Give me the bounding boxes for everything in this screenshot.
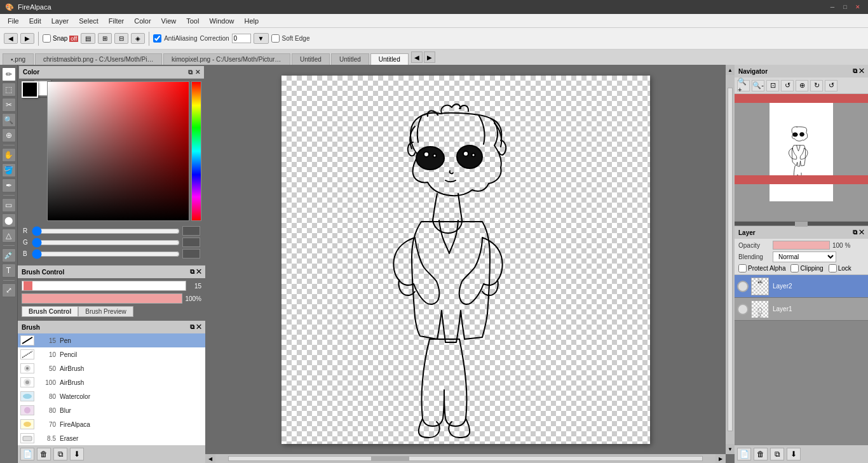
blue-slider[interactable] bbox=[32, 251, 180, 257]
opacity-bar[interactable] bbox=[773, 241, 830, 250]
brush-control-expand[interactable]: ⧉ bbox=[190, 268, 194, 275]
brush-row-firealpaca[interactable]: 70 FireAlpaca bbox=[18, 417, 205, 431]
brush-control-close[interactable]: ✕ bbox=[196, 268, 201, 275]
navigator-close[interactable]: ✕ bbox=[859, 67, 864, 74]
minimize-button[interactable]: ─ bbox=[827, 3, 837, 11]
menu-window[interactable]: Window bbox=[204, 16, 239, 26]
brush-panel-close[interactable]: ✕ bbox=[196, 323, 201, 330]
clipping-check[interactable]: Clipping bbox=[790, 264, 823, 272]
green-value[interactable]: 0 bbox=[182, 238, 200, 247]
brush-row-eraser[interactable]: 8.5 Eraser bbox=[18, 431, 205, 445]
nav-fit[interactable]: ⊡ bbox=[766, 80, 779, 91]
hatching-button[interactable]: ▤ bbox=[81, 33, 95, 44]
layer-row-layer2[interactable]: Layer2 bbox=[735, 275, 868, 298]
tool-polygon[interactable]: △ bbox=[2, 229, 16, 243]
brush-row-watercolor[interactable]: 80 Watercolor bbox=[18, 389, 205, 403]
tool-select-lasso[interactable]: ✂ bbox=[2, 98, 16, 112]
nav-rotate-reset[interactable]: ⊕ bbox=[796, 80, 808, 91]
menu-edit[interactable]: Edit bbox=[24, 16, 46, 26]
red-value[interactable]: 0 bbox=[182, 226, 200, 236]
tool-rect[interactable]: ▭ bbox=[2, 198, 16, 212]
tool-eyedrop[interactable]: 💉 bbox=[2, 248, 16, 262]
menu-help[interactable]: Help bbox=[240, 16, 264, 26]
blending-select[interactable]: Normal Multiply Screen Overlay Luminosit… bbox=[773, 252, 836, 262]
nav-rotate-left[interactable]: ↺ bbox=[781, 80, 794, 91]
tab-scroll-left[interactable]: ◀ bbox=[411, 51, 423, 63]
grid-button[interactable]: ⊞ bbox=[98, 33, 112, 44]
tool-hand[interactable]: ✋ bbox=[2, 148, 16, 162]
brush-panel-expand[interactable]: ⧉ bbox=[190, 323, 194, 330]
menu-select[interactable]: Select bbox=[74, 16, 104, 26]
menu-view[interactable]: View bbox=[156, 16, 182, 26]
tool-select-rect[interactable]: ⬚ bbox=[2, 83, 16, 97]
brush-opacity-bar[interactable] bbox=[22, 293, 182, 304]
delete-brush-button[interactable]: 🗑 bbox=[37, 448, 51, 460]
brush-preview-tab[interactable]: Brush Preview bbox=[78, 306, 133, 317]
red-slider[interactable] bbox=[32, 228, 180, 234]
canvas-container[interactable] bbox=[205, 65, 726, 454]
brush-row-blur[interactable]: 80 Blur bbox=[18, 403, 205, 417]
layer-eye-layer2[interactable] bbox=[737, 281, 749, 292]
tab-2[interactable]: kimopixel.png - C:/Users/Moth/Pictures/k… bbox=[163, 53, 290, 65]
copy-brush-button[interactable]: ⧉ bbox=[53, 448, 67, 460]
scroll-track-x[interactable] bbox=[228, 456, 703, 461]
import-brush-button[interactable]: ⬇ bbox=[70, 448, 84, 460]
scroll-y-up[interactable]: ▲ bbox=[726, 65, 735, 75]
panel-separator[interactable] bbox=[735, 221, 868, 226]
layer-panel-expand[interactable]: ⧉ bbox=[853, 229, 857, 236]
snap-checkbox[interactable]: Snap off bbox=[43, 34, 78, 43]
softedge-checkbox[interactable] bbox=[271, 34, 280, 43]
tab-3[interactable]: Untitled bbox=[292, 53, 330, 65]
scroll-x-right[interactable]: ▶ bbox=[715, 454, 726, 463]
lock-check[interactable]: Lock bbox=[829, 264, 851, 272]
menu-file[interactable]: File bbox=[3, 16, 24, 26]
grid2-button[interactable]: ⊟ bbox=[114, 33, 128, 44]
nav-zoom-out[interactable]: 🔍- bbox=[752, 80, 764, 91]
nav-reset[interactable]: ↺ bbox=[825, 80, 837, 91]
scroll-track-y[interactable] bbox=[728, 88, 733, 431]
perspective-button[interactable]: ◈ bbox=[131, 33, 145, 44]
canvas-scroll-y[interactable]: ▲ ▼ bbox=[726, 65, 735, 454]
layer-row-layer1[interactable]: Layer1 bbox=[735, 298, 868, 321]
brush-row-airbrush2[interactable]: 100 AirBrush bbox=[18, 375, 205, 389]
tool-text[interactable]: T bbox=[2, 264, 16, 278]
canvas-scroll-x[interactable]: ◀ ▶ bbox=[205, 454, 726, 463]
brush-control-tab[interactable]: Brush Control bbox=[22, 306, 78, 317]
menu-filter[interactable]: Filter bbox=[104, 16, 129, 26]
menu-layer[interactable]: Layer bbox=[46, 16, 74, 26]
close-button[interactable]: ✕ bbox=[853, 3, 863, 11]
layer-panel-close[interactable]: ✕ bbox=[859, 229, 864, 236]
separator-handle[interactable] bbox=[795, 222, 808, 227]
color-hue-slider[interactable] bbox=[191, 81, 201, 221]
snap-input[interactable] bbox=[43, 34, 51, 43]
scroll-x-left[interactable]: ◀ bbox=[205, 454, 215, 463]
brush-row-pencil[interactable]: 10 Pencil bbox=[18, 347, 205, 361]
blue-value[interactable]: 0 bbox=[182, 249, 200, 258]
copy-layer-button[interactable]: ⧉ bbox=[770, 448, 784, 460]
layer-eye-layer1[interactable] bbox=[737, 304, 749, 315]
prev-tool-button[interactable]: ◀ bbox=[4, 33, 18, 44]
tab-0[interactable]: ▪.png bbox=[3, 53, 34, 65]
color-panel-close[interactable]: ✕ bbox=[195, 69, 200, 76]
tool-pen[interactable]: ✏ bbox=[2, 67, 16, 81]
correction-dropdown[interactable]: ▼ bbox=[254, 33, 269, 44]
nav-rotate-right[interactable]: ↻ bbox=[810, 80, 823, 91]
brush-row-airbrush1[interactable]: 50 AirBrush bbox=[18, 361, 205, 375]
navigator-expand[interactable]: ⧉ bbox=[853, 67, 857, 74]
tab-scroll-right[interactable]: ▶ bbox=[424, 51, 435, 63]
next-tool-button[interactable]: ▶ bbox=[20, 33, 34, 44]
tab-5[interactable]: Untitled bbox=[370, 53, 409, 65]
antialiasing-checkbox[interactable] bbox=[153, 34, 161, 43]
correction-input[interactable] bbox=[232, 34, 251, 43]
merge-layer-button[interactable]: ⬇ bbox=[787, 448, 801, 460]
new-layer-button[interactable]: 📄 bbox=[737, 448, 751, 460]
scroll-thumb-x[interactable] bbox=[371, 457, 409, 460]
brush-size-bar[interactable] bbox=[22, 281, 186, 291]
green-slider[interactable] bbox=[32, 239, 180, 246]
tool-ellipse[interactable]: ⬤ bbox=[2, 213, 16, 227]
color-panel-expand[interactable]: ⧉ bbox=[188, 69, 193, 76]
tab-1[interactable]: christmasbirb.png - C:/Users/Moth/Pictur… bbox=[35, 53, 162, 65]
canvas[interactable] bbox=[281, 76, 650, 444]
protect-alpha-check[interactable]: Protect Alpha bbox=[738, 264, 785, 272]
tab-4[interactable]: Untitled bbox=[331, 53, 369, 65]
